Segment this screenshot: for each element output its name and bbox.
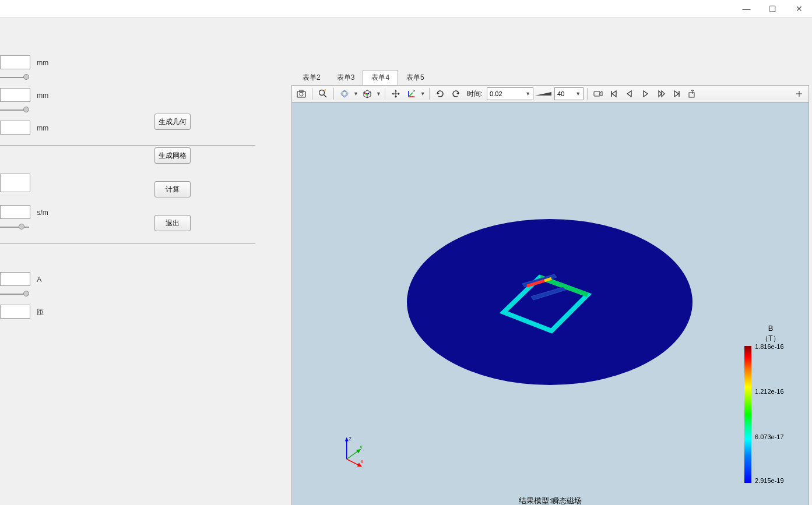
- tab-form4[interactable]: 表单4: [363, 70, 398, 85]
- svg-text:y: y: [360, 444, 363, 450]
- param-input-1[interactable]: [0, 55, 30, 69]
- svg-text:x: x: [361, 458, 364, 464]
- param-row: mm: [0, 88, 286, 116]
- colorbar-gradient: [744, 346, 751, 483]
- svg-rect-16: [594, 91, 600, 96]
- svg-line-26: [347, 459, 360, 465]
- dropdown-caret-icon[interactable]: ▼: [376, 91, 381, 97]
- unit-label: 匝: [37, 308, 44, 317]
- param-input-3[interactable]: [0, 121, 30, 135]
- axis-view-icon[interactable]: z: [405, 87, 419, 101]
- colorbar-label: 1.212e-16: [755, 388, 784, 395]
- unit-label: mm: [37, 91, 48, 100]
- colorbar-label: 1.816e-16: [755, 343, 784, 350]
- colorbar-legend: B （T） 1.816e-16 1.212e-16 6.073e-17 2.91…: [744, 324, 797, 483]
- unit-label: A: [37, 276, 41, 284]
- slider-1[interactable]: [0, 72, 29, 83]
- svg-point-3: [319, 90, 325, 96]
- param-row: [0, 174, 286, 192]
- svg-rect-9: [368, 93, 369, 94]
- compute-button[interactable]: 计算: [154, 181, 191, 197]
- unit-label: mm: [37, 59, 48, 67]
- svg-rect-7: [364, 93, 365, 94]
- colorbar-title: B: [744, 324, 797, 333]
- divider: [0, 243, 255, 244]
- colorbar-label: 2.915e-19: [755, 477, 784, 484]
- record-icon[interactable]: [591, 87, 605, 101]
- param-row: mm: [0, 121, 286, 135]
- dropdown-caret-icon[interactable]: ▼: [353, 91, 358, 97]
- svg-text:z: z: [349, 436, 352, 442]
- maximize-button[interactable]: ☐: [760, 0, 786, 17]
- scale-indicator-icon: [535, 91, 553, 96]
- param-input-7[interactable]: [0, 305, 30, 319]
- play-icon[interactable]: [638, 87, 652, 101]
- sidebar: mm mm mm s/m: [0, 17, 291, 505]
- close-button[interactable]: ✕: [786, 0, 812, 17]
- zoom-icon[interactable]: [316, 87, 330, 101]
- sim-coil-geometry: [499, 271, 598, 341]
- frame-dropdown[interactable]: 40 ▼: [554, 87, 583, 100]
- param-row: 匝: [0, 305, 286, 319]
- expand-icon[interactable]: [792, 87, 806, 101]
- svg-line-4: [324, 95, 327, 98]
- minimize-button[interactable]: —: [733, 0, 760, 17]
- svg-rect-8: [365, 94, 367, 95]
- tab-form5[interactable]: 表单5: [398, 70, 433, 85]
- generate-mesh-button[interactable]: 生成网格: [154, 147, 191, 164]
- generate-geometry-button[interactable]: 生成几何: [154, 114, 191, 130]
- param-row: mm: [0, 55, 286, 83]
- dropdown-caret-icon[interactable]: ▼: [420, 91, 426, 97]
- unit-label: s/m: [37, 209, 48, 217]
- first-frame-icon[interactable]: [607, 87, 621, 101]
- tab-form3[interactable]: 表单3: [329, 70, 363, 85]
- pan-icon[interactable]: [389, 87, 403, 101]
- svg-text:z: z: [413, 89, 415, 93]
- param-input-2[interactable]: [0, 88, 30, 102]
- rotate-ccw-icon[interactable]: [433, 87, 447, 101]
- svg-point-2: [300, 93, 303, 96]
- svg-point-5: [341, 91, 348, 96]
- cube-color-icon[interactable]: [360, 87, 374, 101]
- colorbar-unit: （T）: [744, 334, 797, 344]
- export-icon[interactable]: [686, 87, 699, 101]
- param-row: s/m: [0, 205, 286, 233]
- transparency-icon[interactable]: [338, 87, 351, 101]
- param-input-4[interactable]: [0, 174, 30, 192]
- param-row: A: [0, 272, 286, 300]
- action-buttons: 生成几何 生成网格 计算 退出: [154, 114, 191, 231]
- camera-icon[interactable]: [294, 87, 308, 101]
- unit-label: mm: [37, 124, 48, 132]
- divider: [0, 145, 255, 146]
- time-label: 时间:: [467, 89, 483, 99]
- main-area: mm mm mm s/m: [0, 17, 812, 505]
- toolbar: ▼ ▼ z ▼ 时间: 0.02 ▼: [291, 85, 809, 103]
- svg-rect-19: [689, 93, 694, 97]
- time-dropdown[interactable]: 0.02 ▼: [487, 87, 533, 100]
- viewport-container: 表单2 表单3 表单4 表单5 ▼ ▼: [291, 17, 812, 505]
- next-frame-icon[interactable]: [654, 87, 668, 101]
- axis-triad: z y x: [336, 435, 371, 470]
- rotate-cw-icon[interactable]: [449, 87, 463, 101]
- tab-form2[interactable]: 表单2: [294, 70, 329, 85]
- exit-button[interactable]: 退出: [154, 215, 191, 231]
- last-frame-icon[interactable]: [670, 87, 684, 101]
- tabs: 表单2 表单3 表单4 表单5: [294, 70, 809, 85]
- result-caption: 结果模型:瞬态磁场: [519, 496, 582, 505]
- svg-line-14: [409, 93, 413, 97]
- slider-2[interactable]: [0, 104, 29, 116]
- 3d-viewport[interactable]: z y x B （T） 1.816e-16 1.212e-16: [291, 103, 809, 505]
- param-input-5[interactable]: [0, 205, 30, 219]
- titlebar: — ☐ ✕: [0, 0, 812, 17]
- slider-5[interactable]: [0, 221, 29, 233]
- param-input-6[interactable]: [0, 272, 30, 286]
- prev-frame-icon[interactable]: [623, 87, 637, 101]
- colorbar-label: 6.073e-17: [755, 433, 784, 440]
- svg-line-24: [347, 450, 359, 459]
- slider-6[interactable]: [0, 288, 29, 300]
